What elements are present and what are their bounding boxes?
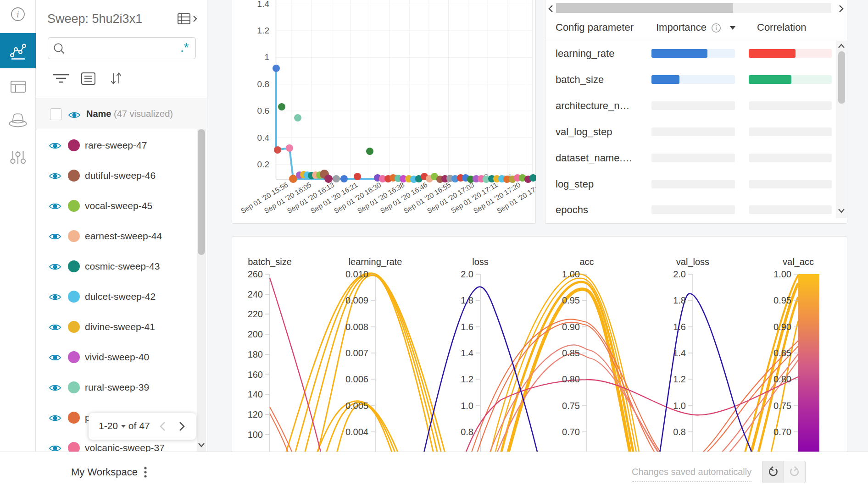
svg-text:0.75: 0.75 <box>773 401 791 411</box>
svg-text:1.0: 1.0 <box>461 401 473 411</box>
svg-text:2.0: 2.0 <box>673 269 686 279</box>
svg-text:0.006: 0.006 <box>345 374 368 384</box>
svg-text:0.70: 0.70 <box>773 427 791 437</box>
svg-text:120: 120 <box>248 409 263 419</box>
svg-text:180: 180 <box>248 349 263 359</box>
svg-text:1.2: 1.2 <box>673 374 686 384</box>
svg-text:1.00: 1.00 <box>773 269 791 279</box>
svg-text:140: 140 <box>248 389 263 399</box>
svg-text:0.75: 0.75 <box>562 401 580 411</box>
svg-text:0.6: 0.6 <box>257 106 269 116</box>
svg-text:0.8: 0.8 <box>461 427 473 437</box>
svg-text:0.8: 0.8 <box>673 427 686 437</box>
svg-text:0.95: 0.95 <box>562 295 580 305</box>
svg-text:0.004: 0.004 <box>345 427 368 437</box>
svg-text:1.8: 1.8 <box>673 295 686 305</box>
svg-text:1.2: 1.2 <box>257 26 269 35</box>
svg-text:1.4: 1.4 <box>461 348 473 358</box>
svg-text:0.85: 0.85 <box>562 348 580 358</box>
svg-text:0.80: 0.80 <box>562 374 580 384</box>
svg-text:220: 220 <box>248 309 263 319</box>
svg-text:0.70: 0.70 <box>562 427 580 437</box>
svg-text:0.2: 0.2 <box>257 160 269 169</box>
svg-text:1.8: 1.8 <box>461 295 473 305</box>
svg-text:0.95: 0.95 <box>773 295 791 305</box>
svg-text:learning_rate: learning_rate <box>349 257 402 267</box>
svg-text:1.00: 1.00 <box>562 269 580 279</box>
svg-text:batch_size: batch_size <box>248 257 292 267</box>
svg-text:1.4: 1.4 <box>257 0 270 9</box>
svg-text:0.4: 0.4 <box>257 133 270 143</box>
svg-text:1.6: 1.6 <box>461 322 473 332</box>
svg-text:160: 160 <box>248 370 263 380</box>
svg-text:1.4: 1.4 <box>673 348 686 358</box>
svg-text:1.0: 1.0 <box>673 401 686 411</box>
svg-text:2.0: 2.0 <box>461 269 473 279</box>
svg-text:0.009: 0.009 <box>345 295 368 305</box>
svg-text:val_loss: val_loss <box>676 257 709 267</box>
svg-text:0.8: 0.8 <box>257 79 269 89</box>
svg-text:100: 100 <box>248 430 263 440</box>
svg-text:0.90: 0.90 <box>773 322 791 332</box>
svg-text:1: 1 <box>264 52 269 62</box>
svg-text:i: i <box>17 10 19 19</box>
svg-text:0.010: 0.010 <box>345 269 368 279</box>
svg-text:200: 200 <box>248 329 263 339</box>
svg-text:0.008: 0.008 <box>345 322 368 332</box>
svg-text:240: 240 <box>248 289 263 299</box>
svg-text:loss: loss <box>472 257 489 267</box>
svg-text:0.85: 0.85 <box>773 348 791 358</box>
svg-text:0.005: 0.005 <box>345 401 368 411</box>
svg-text:1.2: 1.2 <box>461 374 473 384</box>
svg-text:acc: acc <box>579 257 594 267</box>
svg-text:0.90: 0.90 <box>562 322 580 332</box>
svg-text:1.6: 1.6 <box>673 322 686 332</box>
svg-text:0.007: 0.007 <box>345 348 368 358</box>
svg-text:val_acc: val_acc <box>783 257 814 267</box>
svg-text:0.80: 0.80 <box>773 374 791 384</box>
svg-text:260: 260 <box>248 269 263 279</box>
